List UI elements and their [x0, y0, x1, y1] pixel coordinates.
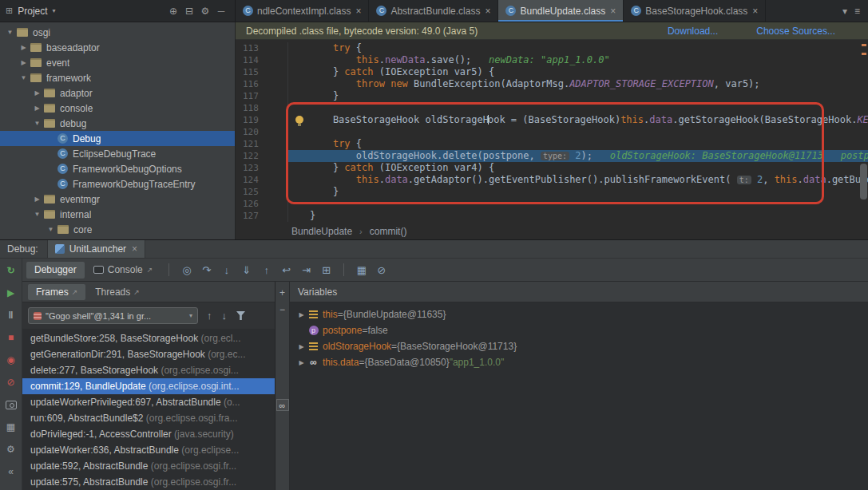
variable-row[interactable]: ▶∞this.data = {BaseData@10850} "app1_1.0…: [290, 354, 868, 370]
step-into-icon[interactable]: ↓: [216, 262, 236, 279]
tree-row[interactable]: ▶event: [0, 55, 235, 70]
frame-row[interactable]: updateWorker:636, AbstractBundle (org.ec…: [22, 442, 275, 458]
tree-row[interactable]: ▼osgi: [0, 25, 235, 40]
close-icon[interactable]: ×: [610, 6, 616, 17]
tab-threads[interactable]: Threads↗: [87, 284, 148, 300]
variable-row[interactable]: ppostpone = false: [290, 322, 868, 338]
editor-tab[interactable]: CBaseStorageHook.class×: [624, 0, 766, 22]
rerun-icon[interactable]: ↻: [5, 264, 18, 277]
frame-row[interactable]: getBundleStore:258, BaseStorageHook (org…: [22, 330, 275, 346]
frame-row[interactable]: run:609, AbstractBundle$2 (org.eclipse.o…: [22, 410, 275, 426]
frame-row[interactable]: getGenerationDir:291, BaseStorageHook (o…: [22, 346, 275, 362]
tree-row[interactable]: CFrameworkDebugTraceEntry: [0, 176, 235, 192]
code-text: [310, 198, 868, 210]
tree-row[interactable]: ▶baseadaptor: [0, 40, 235, 55]
chevron-right-icon[interactable]: ▶: [295, 311, 307, 318]
add-watch-icon[interactable]: +: [279, 289, 285, 297]
tree-row[interactable]: ▶eventmgr: [0, 192, 235, 207]
remove-watch-icon[interactable]: −: [279, 306, 285, 314]
tab-debugger[interactable]: Debugger: [26, 262, 85, 279]
force-step-into-icon[interactable]: ⇓: [236, 262, 256, 279]
frame-up-icon[interactable]: ↑: [207, 310, 212, 322]
evaluate-expression-icon[interactable]: ⊞: [316, 262, 336, 279]
breadcrumb-item[interactable]: commit(): [370, 226, 407, 237]
view-breakpoints-icon[interactable]: ◉: [5, 354, 18, 366]
tree-row[interactable]: ▶console: [0, 101, 235, 116]
banner-link[interactable]: Download...: [668, 26, 718, 37]
close-icon[interactable]: ×: [752, 6, 758, 17]
tree-row[interactable]: CDebug: [0, 131, 235, 146]
snapshot-camera-icon[interactable]: [5, 398, 18, 411]
editor-scrollbar-thumb[interactable]: [860, 164, 867, 200]
banner-link[interactable]: Choose Sources...: [756, 26, 835, 37]
chevron-right-icon[interactable]: ▶: [17, 44, 30, 51]
variable-row[interactable]: ▶this = {BundleUpdate@11635}: [290, 306, 868, 322]
mute-breakpoints-icon[interactable]: ⊘: [371, 262, 391, 279]
run-config-tab[interactable]: UnitLauncher ×: [47, 240, 145, 258]
chevron-right-icon[interactable]: ▶: [30, 105, 44, 112]
tree-row[interactable]: ▼debug: [0, 116, 235, 131]
resume-icon[interactable]: ▶: [5, 286, 18, 299]
chevron-down-icon[interactable]: ▼: [3, 29, 17, 36]
drop-frame-icon[interactable]: ↩: [276, 262, 296, 279]
tab-console[interactable]: Console↗: [85, 262, 161, 279]
chevron-right-icon[interactable]: ▶: [30, 196, 44, 203]
editor-tab[interactable]: CndleContextImpl.class×: [236, 0, 369, 22]
chevron-down-icon[interactable]: ▾: [53, 7, 56, 14]
chevron-right-icon[interactable]: ▶: [17, 59, 30, 66]
filter-funnel-icon[interactable]: [236, 311, 245, 320]
gear-icon[interactable]: ⚙: [197, 6, 213, 17]
frame-row[interactable]: update:575, AbstractBundle (org.eclipse.…: [22, 474, 275, 490]
frame-row[interactable]: doPrivileged:-1, AccessController (java.…: [22, 426, 275, 442]
pause-icon[interactable]: ‖: [5, 309, 18, 322]
tree-row[interactable]: CFrameworkDebugOptions: [0, 161, 235, 176]
close-icon[interactable]: ×: [355, 6, 361, 17]
step-over-icon[interactable]: ↷: [196, 262, 216, 279]
frame-down-icon[interactable]: ↓: [222, 310, 228, 322]
tree-row[interactable]: CEclipseDebugTrace: [0, 146, 235, 161]
tree-row[interactable]: ▼core: [0, 222, 235, 237]
close-icon[interactable]: ×: [485, 6, 490, 17]
frame-row[interactable]: updateWorkerPrivileged:697, AbstractBund…: [22, 394, 275, 410]
show-execution-point-icon[interactable]: ◎: [176, 262, 196, 279]
editor-tab[interactable]: CBundleUpdate.class×: [498, 0, 624, 22]
tree-row[interactable]: ▼internal: [0, 207, 235, 222]
code-text: this.data.getAdaptor().getEventPublisher…: [310, 174, 868, 186]
memory-grid-icon[interactable]: ▦: [5, 421, 18, 433]
run-to-cursor-icon[interactable]: ⇥: [296, 262, 316, 279]
variable-row[interactable]: ▶oldStorageHook = {BaseStorageHook@11713…: [290, 338, 868, 354]
frame-method: updateWorker:636, AbstractBundle: [30, 445, 181, 456]
debug-toolbar: DebuggerConsole↗◎↷↓⇓↑↩⇥⊞▦⊘: [22, 259, 868, 282]
view-breakpoints-icon[interactable]: ▦: [351, 262, 371, 279]
step-out-icon[interactable]: ↑: [256, 262, 276, 279]
mute-breakpoints-icon[interactable]: ⊘: [5, 376, 18, 389]
editor-tab[interactable]: CAbstractBundle.class×: [369, 0, 498, 22]
intention-bulb-icon[interactable]: [295, 116, 303, 124]
project-panel-title[interactable]: Project: [18, 6, 47, 17]
frame-row[interactable]: commit:129, BundleUpdate (org.eclipse.os…: [22, 378, 275, 394]
tree-row[interactable]: ▶adaptor: [0, 85, 235, 101]
chevron-down-icon[interactable]: ▼: [30, 120, 44, 127]
locate-icon[interactable]: ⊕: [165, 6, 181, 17]
settings-gear-icon[interactable]: ⚙: [5, 443, 18, 456]
chevron-down-icon[interactable]: ▼: [44, 226, 57, 233]
chevron-right-icon[interactable]: ▶: [30, 89, 44, 97]
tab-frames[interactable]: Frames↗: [28, 284, 85, 300]
frame-row[interactable]: update:592, AbstractBundle (org.eclipse.…: [22, 458, 275, 474]
chevron-right-icon[interactable]: ▶: [295, 343, 307, 350]
close-icon[interactable]: ×: [132, 243, 137, 255]
frame-row[interactable]: delete:277, BaseStorageHook (org.eclipse…: [22, 362, 275, 378]
thread-selector[interactable]: "Gogo shell"@1,341 in gr... ▾: [28, 307, 198, 324]
chevron-down-icon[interactable]: ▼: [30, 211, 44, 218]
chevron-right-icon[interactable]: ▶: [295, 359, 307, 366]
collapse-all-icon[interactable]: ⊟: [181, 6, 197, 17]
stop-icon[interactable]: ■: [5, 331, 18, 344]
breadcrumb-item[interactable]: BundleUpdate: [291, 226, 352, 237]
hide-panel-icon[interactable]: ─: [213, 6, 229, 17]
show-watches-icon[interactable]: ∞: [276, 399, 289, 411]
tree-row[interactable]: ▼framework: [0, 70, 235, 85]
hide-strip-icon[interactable]: «: [5, 465, 18, 478]
chevron-down-icon[interactable]: ▾: [842, 6, 847, 17]
chevron-down-icon[interactable]: ▼: [17, 74, 30, 81]
tab-list-icon[interactable]: ≡: [854, 6, 860, 17]
